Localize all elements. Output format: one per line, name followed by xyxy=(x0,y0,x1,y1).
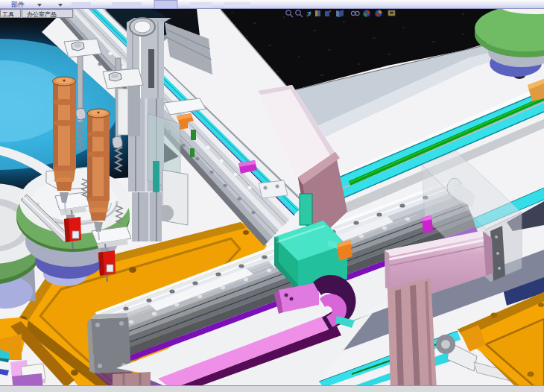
svg-text:办公室产品: 办公室产品 xyxy=(27,11,57,18)
svg-text:部件: 部件 xyxy=(11,1,25,8)
svg-text:工具: 工具 xyxy=(2,11,14,18)
